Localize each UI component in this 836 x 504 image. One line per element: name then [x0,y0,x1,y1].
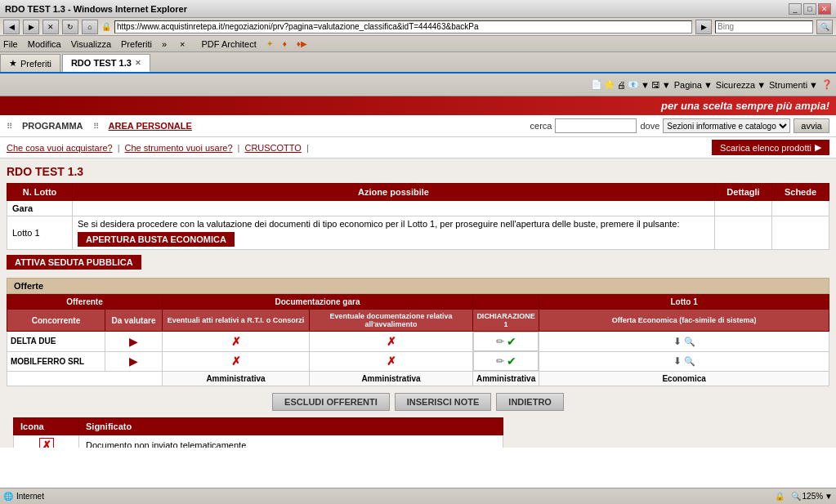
window-controls[interactable]: _ □ ✕ [789,3,831,15]
azione-gara [73,201,715,216]
offerte-table: Offerente Documentazione gara Lotto 1 Co… [7,294,829,386]
forward-button[interactable]: ▶ [23,20,39,34]
lotto-gara: Gara [7,201,73,216]
indietro-button[interactable]: INDIETRO [496,393,564,411]
toolbar-icon-3[interactable]: 🖨 [617,80,626,90]
toolbar-icon-7[interactable]: ▼ [662,80,671,90]
lotto-delta: ⬇ 🔍 [539,332,829,352]
dove-select[interactable]: Sezioni informative e catalogo [663,118,790,133]
edit-icon-delta[interactable]: ✏ [496,336,504,347]
dichiarazione-delta: ✏ ✔ [473,332,539,351]
download-icon-delta[interactable]: ⬇ [673,336,682,347]
dichiarazione-mobilferro: ✏ ✔ [473,351,539,371]
search-icon-mobilferro[interactable]: 🔍 [684,356,695,366]
sub-nav-links: Che cosa vuoi acquistare? | Che strument… [7,143,309,153]
da-valutare-mobilferro[interactable]: ▶ [105,351,163,372]
address-input[interactable] [114,20,692,33]
lotto-table: N. Lotto Azione possibile Dettagli Sched… [7,183,829,250]
link-cruscotto[interactable]: CRUSCOTTO [244,143,301,153]
help-icon[interactable]: ❓ [821,79,833,90]
attiva-seduta-button[interactable]: ATTIVA SEDUTA PUBBLICA [7,255,141,270]
pagina-label: Pagina [674,80,702,90]
download-icon-mobilferro[interactable]: ⬇ [673,355,682,367]
sicurezza-dropdown-icon[interactable]: ▼ [757,80,766,90]
menu-modifica[interactable]: Modifica [28,39,61,49]
avvalimento-mobilferro: ✗ [310,351,473,372]
title-bar: RDO TEST 1.3 - Windows Internet Explorer… [0,0,836,18]
action-buttons: ESCLUDI OFFERENTI INSERISCI NOTE INDIETR… [7,393,829,411]
minimize-button[interactable]: _ [789,3,802,15]
window-title: RDO TEST 1.3 - Windows Internet Explorer [5,4,187,14]
pagina-dropdown-icon[interactable]: ▼ [704,80,713,90]
concorrente-mobilferro: MOBILFERRO SRL [7,351,105,372]
toolbar-icon-6[interactable]: 🖫 [651,80,660,90]
toolbar-icon-5[interactable]: ▼ [641,80,650,90]
x-icon-atti-mobilferro: ✗ [231,355,241,368]
menu-preferiti[interactable]: Preferiti [121,39,152,49]
cerca-input[interactable] [555,118,637,133]
page-content: per una scelta sempre più ampia! ⠿ PROGR… [0,96,836,448]
col-dettagli: Dettagli [715,184,772,201]
back-button[interactable]: ◀ [3,20,20,34]
nav-left: ⠿ PROGRAMMA ⠿ AREA PERSONALE [7,121,192,131]
nav-area-personale[interactable]: AREA PERSONALE [109,121,192,131]
legend-row-1: ✗ Documento non inviato telematicamente [14,435,503,448]
col-offerente: Offerente [7,295,163,310]
main-section: RDO TEST 1.3 N. Lotto Azione possibile D… [0,158,836,448]
scarica-elenco-button[interactable]: Scarica elenco prodotti ▶ [712,140,829,155]
toolbar-icon-4[interactable]: 📧 [628,79,639,90]
toolbar-icon-1[interactable]: 📄 [591,79,602,90]
maximize-button[interactable]: □ [803,3,816,15]
link-cosa-vuoi[interactable]: Che cosa vuoi acquistare? [7,143,113,153]
col-documentazione-gara: Documentazione gara [163,295,473,310]
sub-col-da-valutare: Da valutare [105,310,163,332]
refresh-button[interactable]: ↻ [62,20,78,34]
menu-visualizza[interactable]: Visualizza [71,39,111,49]
ie-toolbar: 📄 ⭐ 🖨 📧 ▼ 🖫 ▼ Pagina ▼ Sicurezza ▼ Strum… [0,74,836,96]
toolbar-strumenti[interactable]: Strumenti ▼ [769,80,818,90]
escludi-offerenti-button[interactable]: ESCLUDI OFFERENTI [272,393,390,411]
search-icon-delta[interactable]: 🔍 [684,337,695,346]
x-icon-avvalimento-mobilferro: ✗ [387,355,396,368]
play-icon-mobilferro[interactable]: ▶ [129,355,138,368]
sub-col-offerta: Offerta Economica (fac-simile di sistema… [539,310,829,332]
toolbar-icon-2[interactable]: ⭐ [604,79,615,90]
x-icon-atti-delta: ✗ [231,335,241,348]
zoom-dropdown-icon[interactable]: ▼ [825,492,833,501]
home-button[interactable]: ⌂ [82,20,98,34]
tab-preferiti[interactable]: ★ Preferiti [0,54,60,72]
security-lock-icon: 🔒 [101,22,111,31]
strumenti-dropdown-icon[interactable]: ▼ [809,80,818,90]
footer-amm2: Amministrativa [310,372,473,386]
bing-search-button[interactable]: 🔍 [816,20,833,34]
stop-button[interactable]: ✕ [42,20,59,34]
footer-amm3: Amministrativa [473,372,539,386]
nav-programma[interactable]: PROGRAMMA [22,121,83,131]
check-icon-delta: ✔ [507,335,516,348]
apertura-busta-button[interactable]: APERTURA BUSTA ECONOMICA [78,232,235,247]
link-strumento[interactable]: Che strumento vuoi usare? [125,143,233,153]
inserisci-note-button[interactable]: INSERISCI NOTE [395,393,492,411]
menu-file[interactable]: File [3,39,18,49]
offerte-row-delta: DELTA DUE ▶ ✗ ✗ ✏ ✔ ⬇ [7,332,829,352]
menu-more[interactable]: » [162,39,167,49]
toolbar-pagina[interactable]: Pagina ▼ [674,80,713,90]
da-valutare-delta[interactable]: ▶ [105,332,163,352]
legend-table: Icona Significato ✗ Documento non inviat… [13,417,503,448]
tab-close-icon[interactable]: ✕ [135,59,141,67]
avvia-button[interactable]: avvia [794,118,829,133]
status-bar: 🌐 Internet 🔒 🔍 125% ▼ [0,488,836,504]
nav-programma-label: PROGRAMMA [22,121,83,131]
edit-icon-mobilferro[interactable]: ✏ [496,355,504,367]
menu-pdf-architect[interactable]: PDF Architect [202,39,257,49]
go-button[interactable]: ▶ [695,20,712,34]
menu-close-x[interactable]: × [180,39,185,49]
tab-rdo-test[interactable]: RDO TEST 1.3 ✕ [62,54,150,72]
play-icon-delta[interactable]: ▶ [129,335,138,348]
toolbar-sicurezza[interactable]: Sicurezza ▼ [716,80,766,90]
sub-col-concorrente: Concorrente [7,310,105,332]
zoom-control[interactable]: 🔍 125% ▼ [791,492,833,501]
close-button[interactable]: ✕ [818,3,831,15]
legend-col-significato: Significato [79,418,503,435]
bing-search-input[interactable] [715,20,813,33]
